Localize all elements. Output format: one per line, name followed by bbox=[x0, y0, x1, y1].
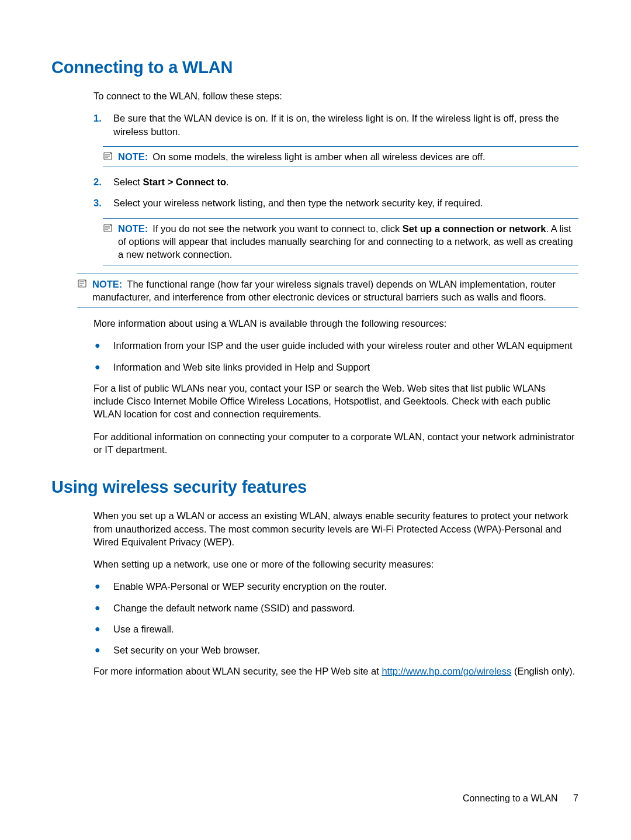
footer-title: Connecting to a WLAN bbox=[463, 793, 558, 803]
page-footer: Connecting to a WLAN 7 bbox=[463, 792, 578, 805]
bullet-icon: ● bbox=[95, 361, 113, 374]
step-3-number: 3. bbox=[93, 196, 113, 209]
note-bold: Set up a connection or network bbox=[403, 223, 546, 234]
note-icon bbox=[77, 279, 88, 288]
corporate-wlan-text: For additional information on connecting… bbox=[93, 430, 578, 457]
security-intro: When you set up a WLAN or access an exis… bbox=[93, 509, 578, 548]
public-wlans-text: For a list of public WLANs near you, con… bbox=[93, 382, 578, 421]
bullet-icon: ● bbox=[95, 602, 113, 614]
bullet-text: Use a firewall. bbox=[113, 623, 578, 635]
bullet-icon: ● bbox=[95, 623, 113, 635]
step-1-text: Be sure that the WLAN device is on. If i… bbox=[113, 112, 578, 138]
list-item: ● Use a firewall. bbox=[93, 623, 578, 635]
page-number: 7 bbox=[573, 793, 578, 803]
bullet-text: Enable WPA-Personal or WEP security encr… bbox=[113, 580, 578, 593]
note-label: NOTE: bbox=[118, 223, 148, 234]
note-text: On some models, the wireless light is am… bbox=[152, 151, 485, 162]
list-item: ● Enable WPA-Personal or WEP security en… bbox=[93, 580, 578, 593]
step-1: 1. Be sure that the WLAN device is on. I… bbox=[93, 112, 578, 138]
bullet-icon: ● bbox=[95, 644, 113, 656]
list-item: ● Set security on your Web browser. bbox=[93, 644, 578, 656]
note-icon bbox=[103, 224, 113, 232]
heading-connecting-to-wlan: Connecting to a WLAN bbox=[51, 56, 578, 79]
note-text: The functional range (how far your wirel… bbox=[92, 279, 556, 302]
step-3: 3. Select your wireless network listing,… bbox=[93, 196, 578, 209]
step-1-number: 1. bbox=[93, 112, 113, 138]
bullet-text: Change the default network name (SSID) a… bbox=[113, 602, 578, 614]
bullet-text: Set security on your Web browser. bbox=[113, 644, 578, 656]
list-item: ● Change the default network name (SSID)… bbox=[93, 602, 578, 614]
more-info-text: More information about using a WLAN is a… bbox=[93, 317, 578, 330]
list-item: ● Information and Web site links provide… bbox=[93, 361, 578, 374]
step-2-number: 2. bbox=[93, 175, 113, 188]
note-label: NOTE: bbox=[118, 151, 148, 162]
note-icon bbox=[103, 152, 113, 160]
step-3-text: Select your wireless network listing, an… bbox=[113, 196, 578, 209]
note-setup-connection: NOTE:If you do not see the network you w… bbox=[103, 218, 578, 265]
bullet-text: Information and Web site links provided … bbox=[113, 361, 578, 374]
note-functional-range: NOTE:The functional range (how far your … bbox=[77, 274, 578, 308]
list-item: ● Information from your ISP and the user… bbox=[93, 339, 578, 352]
note-text-a: If you do not see the network you want t… bbox=[152, 223, 402, 234]
note-wireless-light: NOTE:On some models, the wireless light … bbox=[103, 146, 578, 167]
hp-wireless-link[interactable]: http://www.hp.com/go/wireless bbox=[382, 666, 511, 676]
bullet-text: Information from your ISP and the user g… bbox=[113, 339, 578, 352]
more-info-link-para: For more information about WLAN security… bbox=[93, 665, 578, 677]
heading-wireless-security: Using wireless security features bbox=[51, 476, 578, 499]
intro-text: To connect to the WLAN, follow these ste… bbox=[93, 89, 578, 102]
step-2-text: Select Start > Connect to. bbox=[113, 175, 578, 188]
security-measures-intro: When setting up a network, use one or mo… bbox=[93, 558, 578, 571]
note-label: NOTE: bbox=[92, 279, 122, 289]
step-2: 2. Select Start > Connect to. bbox=[93, 175, 578, 188]
bullet-icon: ● bbox=[95, 580, 113, 593]
bullet-icon: ● bbox=[95, 339, 113, 352]
